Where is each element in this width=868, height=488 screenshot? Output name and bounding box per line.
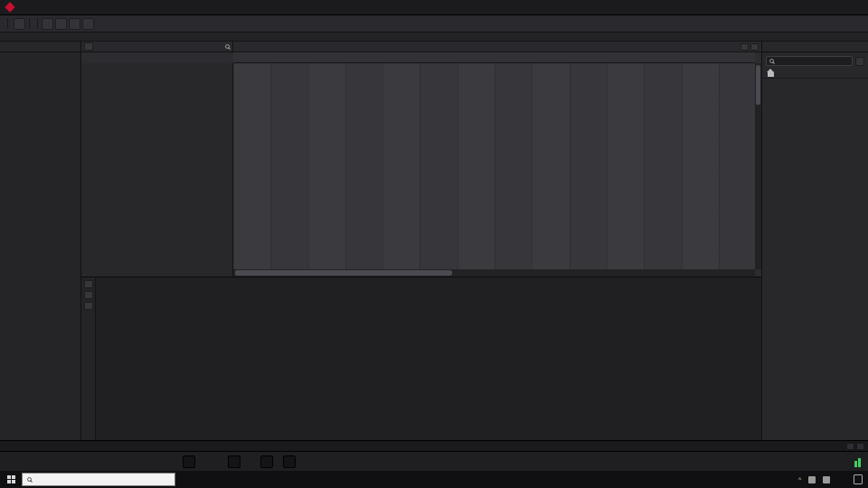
menu-bar	[0, 0, 868, 15]
toolbar-separator	[37, 18, 38, 29]
cubase-logo-icon	[5, 2, 14, 12]
search-icon	[769, 59, 774, 63]
quantize-q-button[interactable]	[69, 18, 80, 30]
vertical-scrollbar[interactable]	[755, 63, 761, 269]
lower-zone-close-icon[interactable]	[856, 443, 864, 450]
project-window	[81, 42, 762, 277]
grid-adapt-dropdown[interactable]	[55, 18, 67, 30]
mixer-zoom-icon[interactable]	[84, 302, 93, 310]
project-header-icon[interactable]	[750, 43, 759, 51]
windows-taskbar: ^	[0, 471, 868, 488]
add-track-button[interactable]	[84, 42, 93, 51]
timeline-ruler[interactable]	[233, 52, 755, 63]
output-level-meter	[854, 456, 863, 467]
mixconsole-panel	[81, 277, 762, 440]
secondary-time-display[interactable]	[228, 455, 241, 468]
horizontal-scrollbar[interactable]	[233, 269, 755, 277]
inspector-tabs	[0, 42, 80, 52]
primary-time-display[interactable]	[183, 455, 195, 468]
transport-bar	[0, 451, 868, 471]
toolbar-separator	[29, 18, 30, 29]
project-header-icon[interactable]	[741, 43, 749, 51]
time-display[interactable]	[260, 455, 273, 468]
arrange-rows[interactable]	[233, 63, 755, 269]
media-tiles	[762, 79, 868, 86]
mixconsole-toolbar	[81, 277, 96, 440]
tray-speaker-icon[interactable]	[808, 476, 816, 483]
cubase-window: ^	[0, 0, 868, 488]
project-header-right	[233, 42, 761, 52]
media-search-input[interactable]	[766, 56, 853, 66]
lower-zone-right-icons	[846, 441, 868, 451]
tray-network-icon[interactable]	[823, 476, 830, 483]
lower-zone-setup-icon[interactable]	[846, 443, 854, 450]
quantize-preset-dropdown[interactable]	[82, 18, 94, 30]
windows-logo-icon	[7, 475, 15, 483]
project-header	[81, 42, 761, 52]
notification-center-icon[interactable]	[854, 474, 863, 484]
automation-mode-dropdown[interactable]	[14, 18, 25, 30]
horizontal-scroll-thumb[interactable]	[235, 270, 452, 276]
workspace	[0, 42, 868, 440]
right-zone-panel	[762, 42, 868, 440]
search-tracks-icon[interactable]	[225, 44, 230, 49]
mixer-view-icon[interactable]	[84, 291, 93, 299]
inspector-panel	[0, 42, 81, 440]
grid-type-dropdown[interactable]	[42, 18, 53, 30]
home-icon[interactable]	[768, 72, 774, 77]
toolbar-separator	[7, 18, 8, 29]
status-line	[0, 33, 868, 42]
tab-gap	[0, 441, 7, 451]
tracklist-header	[81, 42, 233, 52]
media-view-toggle-icon[interactable]	[855, 57, 864, 66]
lower-zone-tabs	[0, 440, 868, 451]
tray-chevron-icon[interactable]: ^	[795, 476, 805, 483]
tempo-display[interactable]	[283, 455, 296, 468]
right-zone-tabs	[762, 42, 868, 52]
vertical-scroll-thumb[interactable]	[756, 65, 760, 105]
start-button[interactable]	[0, 471, 22, 488]
mixer-channels	[96, 277, 761, 440]
media-search-row	[766, 56, 864, 66]
media-breadcrumb	[762, 68, 868, 79]
search-icon	[27, 477, 32, 482]
track-list	[81, 63, 233, 277]
toolbar	[0, 15, 868, 33]
taskbar-search-input[interactable]	[22, 473, 175, 486]
system-tray: ^	[795, 471, 868, 488]
mixer-settings-icon[interactable]	[84, 280, 93, 288]
inspector-body	[0, 52, 80, 440]
